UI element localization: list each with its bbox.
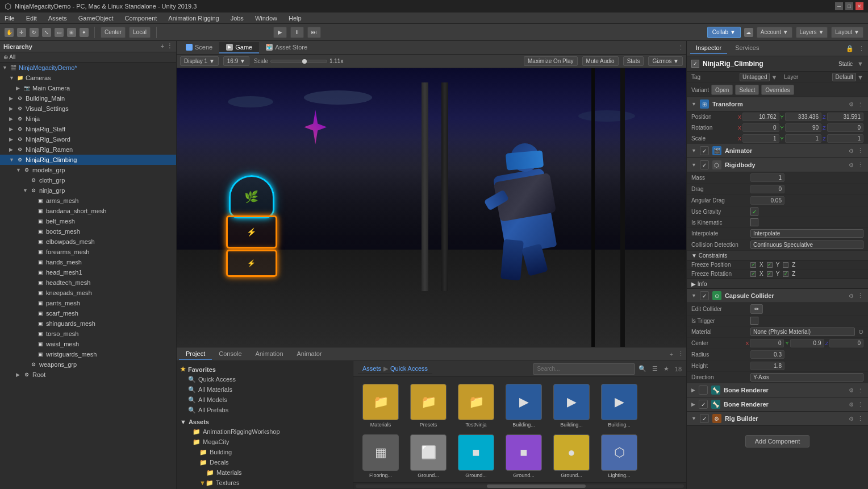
hierarchy-add-icon[interactable]: + — [161, 43, 164, 50]
hierarchy-item-ninja_grp[interactable]: ▼⚙ninja_grp — [0, 185, 176, 196]
asset-item[interactable]: ▦Flooring... — [358, 432, 403, 480]
asset-search-input[interactable] — [533, 363, 635, 375]
center-x[interactable]: 0 — [750, 339, 784, 347]
use-gravity-checkbox[interactable]: ✓ — [750, 208, 758, 216]
info-label[interactable]: ▶ Info — [691, 281, 707, 287]
mute-audio-btn[interactable]: Mute Audio — [582, 56, 619, 66]
asset-item[interactable]: ▶Building... — [596, 382, 642, 430]
transform-menu-icon[interactable]: ⋮ — [857, 101, 863, 108]
tree-expand-icon[interactable]: ▶ — [9, 116, 16, 122]
rotation-y[interactable]: 90 — [785, 123, 821, 132]
hierarchy-item-weapons_grp[interactable]: ⚙weapons_grp — [0, 359, 176, 370]
tree-expand-icon[interactable]: ▶ — [9, 106, 16, 111]
bone2-checkbox[interactable]: ✓ — [699, 400, 708, 409]
hierarchy-item-belt_mesh[interactable]: ▣belt_mesh — [0, 216, 176, 226]
hierarchy-item-wristguards_mesh[interactable]: ▣wristguards_mesh — [0, 349, 176, 359]
rig-builder-settings-icon[interactable]: ⚙ — [849, 416, 854, 422]
maximize-button[interactable]: □ — [845, 2, 853, 10]
hierarchy-tree[interactable]: ▼🎬NinjaMegacityDemo*▼📁Cameras▶📷Main Came… — [0, 63, 176, 489]
local-button[interactable]: Local — [129, 27, 151, 38]
all-prefabs-item[interactable]: 🔍 All Prefabs — [177, 405, 353, 415]
scroll-thumb[interactable] — [487, 484, 585, 488]
pause-button[interactable]: ⏸ — [290, 27, 304, 38]
is-kinematic-checkbox[interactable]: ✓ — [750, 218, 758, 226]
hierarchy-item-scarf_mesh[interactable]: ▣scarf_mesh — [0, 308, 176, 318]
asset-item[interactable]: 📁Materials — [358, 382, 403, 430]
hierarchy-item-root[interactable]: ▶⚙Root — [0, 370, 176, 380]
decals-item[interactable]: 📁 Decals — [177, 457, 353, 467]
layers-button[interactable]: Layers ▼ — [796, 27, 828, 38]
asset-item[interactable]: ▶Building... — [549, 382, 594, 430]
hierarchy-item-models_grp[interactable]: ▼⚙models_grp — [0, 165, 176, 175]
rotate-tool-icon[interactable]: ↻ — [30, 28, 39, 37]
scroll-track[interactable] — [356, 484, 684, 488]
asset-item[interactable]: 📁Presets — [406, 382, 451, 430]
all-materials-item[interactable]: 🔍 All Materials — [177, 384, 353, 395]
menu-item-gameobject[interactable]: GameObject — [76, 15, 116, 22]
move-tool-icon[interactable]: ✛ — [17, 28, 26, 37]
layer-dropdown[interactable]: Default — [832, 73, 856, 81]
rect-tool-icon[interactable]: ▭ — [55, 28, 64, 37]
hierarchy-item-boots_mesh[interactable]: ▣boots_mesh — [0, 226, 176, 237]
asset-add-icon[interactable]: + — [670, 351, 673, 358]
tree-expand-icon[interactable]: ▼ — [9, 157, 16, 163]
drag-value[interactable]: 0 — [750, 185, 784, 193]
filter-icon[interactable]: ☰ — [652, 365, 658, 372]
hierarchy-item-cloth_grp[interactable]: ⚙cloth_grp — [0, 175, 176, 185]
hierarchy-menu-icon[interactable]: ⋮ — [166, 43, 173, 50]
freeze-rot-y-check[interactable]: ✓ — [767, 271, 773, 277]
bone-renderer-1-header[interactable]: ▶ 🦴 Bone Renderer ⚙ ⋮ — [687, 383, 868, 397]
edit-collider-btn[interactable]: ✏ — [750, 304, 763, 314]
bone1-settings-icon[interactable]: ⚙ — [849, 387, 854, 393]
material-value[interactable]: None (Physic Material) — [750, 328, 855, 336]
hierarchy-item-maincamera[interactable]: ▶📷Main Camera — [0, 83, 176, 93]
freeze-pos-x-check[interactable]: ✓ — [750, 262, 756, 268]
constraints-label[interactable]: ▼ Constraints — [691, 252, 727, 259]
rig-builder-menu-icon[interactable]: ⋮ — [857, 415, 863, 422]
transform-settings-icon[interactable]: ⚙ — [849, 101, 854, 107]
bone2-settings-icon[interactable]: ⚙ — [849, 401, 854, 408]
material-pick-icon[interactable]: ⊙ — [858, 328, 863, 335]
hierarchy-item-kneepads_mesh[interactable]: ▣kneepads_mesh — [0, 288, 176, 298]
tree-expand-icon[interactable]: ▶ — [9, 126, 16, 132]
inspector-menu-icon[interactable]: ⋮ — [858, 45, 865, 52]
menu-item-file[interactable]: File — [2, 15, 17, 22]
hierarchy-item-ninjamegacitydemo[interactable]: ▼🎬NinjaMegacityDemo* — [0, 63, 176, 73]
bone-renderer-2-header[interactable]: ▶ ✓ 🦴 Bone Renderer ⚙ ⋮ — [687, 397, 868, 412]
layer-dropdown-icon[interactable]: ▼ — [857, 74, 863, 81]
asset-item[interactable]: ●Ground... — [549, 432, 594, 480]
asset-item[interactable]: ▶Building... — [501, 382, 546, 430]
menu-item-jobs[interactable]: Jobs — [228, 15, 246, 22]
account-button[interactable]: Account ▼ — [757, 27, 792, 38]
breadcrumb-assets[interactable]: Assets — [362, 365, 381, 372]
rigidbody-checkbox[interactable]: ✓ — [700, 160, 709, 169]
capsule-settings-icon[interactable]: ⚙ — [849, 293, 854, 299]
tree-expand-icon[interactable]: ▼ — [2, 65, 9, 71]
asset-item[interactable]: ■Ground... — [501, 432, 546, 480]
tree-expand-icon[interactable]: ▶ — [9, 96, 16, 101]
freeze-pos-y-check[interactable]: ✓ — [767, 262, 773, 268]
display-selector[interactable]: Display 1 ▼ — [180, 56, 219, 66]
capsule-checkbox[interactable]: ✓ — [700, 291, 709, 300]
asset-store-tab[interactable]: 🏪 Asset Store — [259, 42, 314, 53]
rotation-x[interactable]: 0 — [742, 123, 779, 132]
tag-dropdown-icon[interactable]: ▼ — [771, 74, 777, 81]
center-z[interactable]: 0 — [829, 339, 863, 347]
rigidbody-settings-icon[interactable]: ⚙ — [849, 162, 854, 168]
freeze-pos-z-check[interactable] — [783, 262, 788, 268]
hierarchy-item-arms_mesh[interactable]: ▣arms_mesh — [0, 196, 176, 206]
scale-x[interactable]: 1 — [742, 134, 779, 143]
inspector-lock-icon[interactable]: 🔒 — [846, 45, 854, 52]
menu-item-assets[interactable]: Assets — [46, 15, 69, 22]
hierarchy-item-headtech_mesh[interactable]: ▣headtech_mesh — [0, 277, 176, 288]
tag-dropdown[interactable]: Untagged — [740, 73, 770, 81]
search-icon[interactable]: 🔍 — [639, 365, 646, 372]
all-models-item[interactable]: 🔍 All Models — [177, 395, 353, 405]
hierarchy-item-building_main[interactable]: ▶⚙Building_Main — [0, 93, 176, 103]
tree-expand-icon[interactable]: ▶ — [16, 85, 23, 91]
hierarchy-item-ninjarig_climbing[interactable]: ▼⚙NinjaRig_Climbing — [0, 155, 176, 165]
hierarchy-item-cameras[interactable]: ▼📁Cameras — [0, 73, 176, 83]
inspector-tab[interactable]: Inspector — [690, 43, 727, 54]
game-tab[interactable]: ▶ Game — [219, 42, 259, 53]
scale-y[interactable]: 1 — [785, 134, 821, 143]
